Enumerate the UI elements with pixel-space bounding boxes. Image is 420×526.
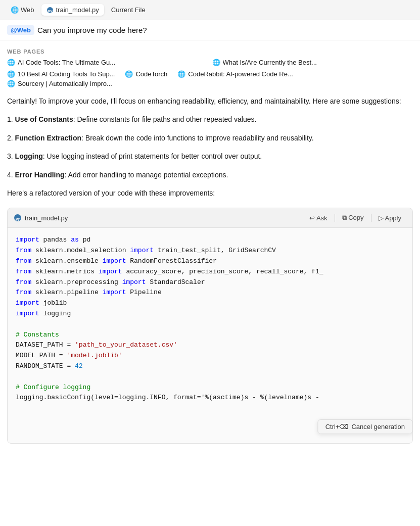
cancel-shortcut: Ctrl+⌫ bbox=[325, 423, 349, 431]
code-line-9: # Constants bbox=[16, 330, 404, 341]
query-text: Can you improve my code here? bbox=[37, 26, 147, 34]
response-item-3-title: Logging bbox=[15, 152, 43, 160]
code-line-3: from sklearn.ensemble import RandomFores… bbox=[16, 256, 404, 267]
response-item-3-text: : Use logging instead of print statement… bbox=[43, 152, 262, 160]
web-pages-row-3: 🌐 Sourcery | Automatically Impro... bbox=[7, 80, 413, 87]
web-pages-section-label: WEB PAGES bbox=[7, 49, 413, 55]
web-page-item-3[interactable]: 🌐 10 Best AI Coding Tools To Sup... bbox=[7, 70, 115, 78]
response-item-4: 4. Error Handling: Add error handling to… bbox=[7, 169, 413, 180]
response-item-3-number: 3. bbox=[7, 152, 15, 160]
globe-icon-4: 🌐 bbox=[125, 70, 133, 78]
response-item-4-text: : Add error handling to manage potential… bbox=[65, 171, 228, 179]
globe-icon-5: 🌐 bbox=[177, 70, 185, 78]
code-filename-text: train_model.py bbox=[25, 214, 68, 222]
globe-icon-3: 🌐 bbox=[7, 70, 15, 78]
web-page-item-6[interactable]: 🌐 Sourcery | Automatically Impro... bbox=[7, 80, 112, 87]
web-page-text-1: AI Code Tools: The Ultimate Gu... bbox=[18, 59, 115, 66]
response-item-2-title: Function Extraction bbox=[15, 134, 81, 142]
code-line-4: from sklearn.metrics import accuracy_sco… bbox=[16, 267, 404, 277]
ask-button[interactable]: ↩ Ask bbox=[304, 212, 333, 224]
action-sep-2 bbox=[371, 214, 371, 222]
code-line-12: RANDOM_STATE = 42 bbox=[16, 361, 404, 372]
svg-text:py: py bbox=[16, 217, 20, 221]
globe-icon: 🌐 bbox=[11, 7, 18, 14]
code-line-5: from sklearn.preprocessing import Standa… bbox=[16, 277, 404, 288]
python-icon: py bbox=[14, 214, 22, 222]
response-item-2-text: : Break down the code into functions to … bbox=[81, 134, 314, 142]
cancel-label: Cancel generation bbox=[351, 423, 405, 431]
web-page-text-6: Sourcery | Automatically Impro... bbox=[18, 80, 112, 87]
code-line-2: from sklearn.model_selection import trai… bbox=[16, 246, 404, 256]
tab-web[interactable]: 🌐 Web bbox=[6, 4, 39, 16]
python-file-icon: py bbox=[46, 7, 54, 14]
code-block-actions: ↩ Ask ⧉ Copy ▷ Apply bbox=[304, 212, 406, 224]
code-line-10: DATASET_PATH = 'path_to_your_dataset.csv… bbox=[16, 340, 404, 351]
response-item-4-title: Error Handling bbox=[15, 171, 65, 179]
code-line-14: logging.basicConfig(level=logging.INFO, … bbox=[16, 393, 404, 403]
response-item-1: 1. Use of Constants: Define constants fo… bbox=[7, 114, 413, 125]
query-bar: @Web Can you improve my code here? bbox=[0, 20, 420, 40]
code-line-7: import joblib bbox=[16, 298, 404, 309]
code-line-blank-2 bbox=[16, 372, 404, 382]
tab-train-model[interactable]: py train_model.py bbox=[41, 4, 104, 16]
response-item-2-number: 2. bbox=[7, 134, 15, 142]
globe-icon-1: 🌐 bbox=[7, 59, 15, 66]
web-pages-row-2: 🌐 10 Best AI Coding Tools To Sup... 🌐 Co… bbox=[7, 70, 413, 78]
copy-button[interactable]: ⧉ Copy bbox=[337, 212, 369, 224]
code-block-filename: py train_model.py bbox=[14, 214, 68, 222]
response-item-3: 3. Logging: Use logging instead of print… bbox=[7, 151, 413, 162]
code-line-6: from sklearn.pipeline import Pipeline bbox=[16, 288, 404, 298]
code-line-13: # Configure logging bbox=[16, 382, 404, 393]
globe-icon-2: 🌐 bbox=[212, 59, 220, 66]
tab-current-file-label: Current File bbox=[111, 6, 146, 14]
web-page-text-3: 10 Best AI Coding Tools To Sup... bbox=[18, 70, 115, 78]
web-page-text-4: CodeTorch bbox=[135, 70, 167, 78]
cancel-tooltip-wrapper: Ctrl+⌫ Cancel generation bbox=[8, 410, 412, 443]
code-line-1: import pandas as pd bbox=[16, 235, 404, 246]
web-page-text-2: What Is/Are Currently the Best... bbox=[223, 59, 317, 66]
code-block-wrapper: py train_model.py ↩ Ask ⧉ Copy ▷ Apply i… bbox=[7, 208, 413, 444]
web-page-item-5[interactable]: 🌐 CodeRabbit: AI-powered Code Re... bbox=[177, 70, 293, 78]
response-outro: Here's a refactored version of your code… bbox=[7, 187, 413, 199]
response-item-4-number: 4. bbox=[7, 171, 15, 179]
response-item-1-number: 1. bbox=[7, 115, 15, 123]
globe-icon-6: 🌐 bbox=[7, 80, 15, 87]
code-line-blank-1 bbox=[16, 319, 404, 330]
tab-bar: 🌐 Web py train_model.py Current File bbox=[0, 0, 420, 20]
tab-web-label: Web bbox=[21, 6, 34, 14]
response-item-2: 2. Function Extraction: Break down the c… bbox=[7, 132, 413, 144]
code-line-11: MODEL_PATH = 'model.joblib' bbox=[16, 351, 404, 361]
web-page-item-1[interactable]: 🌐 AI Code Tools: The Ultimate Gu... bbox=[7, 59, 208, 66]
response-item-1-title: Use of Constants bbox=[15, 115, 73, 123]
at-web-badge: @Web bbox=[7, 25, 34, 35]
web-pages-grid: 🌐 AI Code Tools: The Ultimate Gu... 🌐 Wh… bbox=[7, 59, 413, 66]
main-content: WEB PAGES 🌐 AI Code Tools: The Ultimate … bbox=[0, 40, 420, 452]
tab-train-model-label: train_model.py bbox=[56, 6, 99, 14]
response-text: Certainly! To improve your code, I'll fo… bbox=[7, 95, 413, 199]
tab-current-file[interactable]: Current File bbox=[106, 4, 151, 16]
code-content: import pandas as pd from sklearn.model_s… bbox=[8, 228, 412, 410]
code-line-8: import logging bbox=[16, 309, 404, 319]
web-page-item-2[interactable]: 🌐 What Is/Are Currently the Best... bbox=[212, 59, 413, 66]
web-page-text-5: CodeRabbit: AI-powered Code Re... bbox=[188, 70, 293, 78]
response-item-1-text: : Define constants for file paths and ot… bbox=[73, 115, 257, 123]
response-intro: Certainly! To improve your code, I'll fo… bbox=[7, 95, 413, 107]
cancel-tooltip[interactable]: Ctrl+⌫ Cancel generation bbox=[318, 419, 412, 434]
code-block-header: py train_model.py ↩ Ask ⧉ Copy ▷ Apply bbox=[8, 208, 412, 228]
svg-text:py: py bbox=[48, 8, 53, 13]
action-sep-1 bbox=[335, 214, 335, 222]
web-page-item-4[interactable]: 🌐 CodeTorch bbox=[125, 70, 167, 78]
apply-button[interactable]: ▷ Apply bbox=[374, 212, 406, 224]
